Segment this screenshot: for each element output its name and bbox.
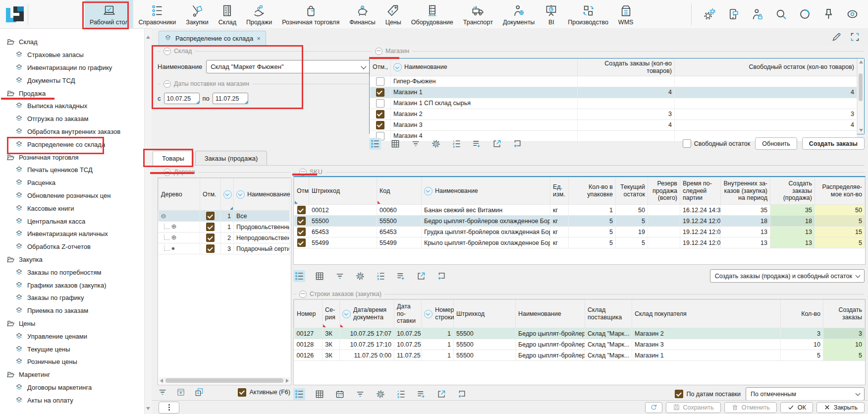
column-header[interactable]: Наименование (391, 59, 578, 76)
date-to-input[interactable]: 11.07.25 (213, 93, 248, 104)
scroll-right-icon[interactable] (286, 379, 289, 383)
grid-view-button[interactable] (314, 388, 326, 400)
sidebar-item[interactable]: Инвентаризация наличных (0, 228, 144, 240)
add-to-list-button[interactable] (471, 138, 483, 150)
close-button[interactable]: Закрыть (816, 402, 865, 413)
column-header[interactable]: Внутренних за-казов (закупка) на период (721, 177, 770, 205)
sidebar-item[interactable]: Расценка (0, 177, 144, 189)
tree-expander[interactable]: ● (171, 244, 175, 252)
row-checkbox[interactable] (297, 206, 306, 214)
column-header[interactable]: Ед. изм. (550, 177, 569, 205)
export-button[interactable] (415, 270, 427, 282)
by-delivery-dates-checkbox[interactable] (675, 390, 683, 398)
add-to-list-button[interactable] (395, 270, 407, 282)
row-checkbox[interactable] (206, 244, 215, 253)
sidebar-item[interactable]: Центральная касса (0, 215, 144, 228)
clock-icon[interactable] (798, 7, 812, 21)
nav-bi[interactable]: BI (540, 0, 563, 28)
nav-retail[interactable]: Розничная торговля (277, 0, 344, 28)
date-from-input[interactable]: 10.07.25 (164, 93, 200, 104)
nav-wms[interactable]: WMS (613, 0, 639, 28)
sidebar-item[interactable]: Управление ценами (0, 330, 144, 343)
column-header[interactable]: Отм. (294, 177, 309, 205)
scroll-left-icon[interactable] (160, 379, 163, 383)
column-header[interactable]: Резерв продажа (всего) (648, 177, 680, 205)
tree-row[interactable]: ● 3 Подарочный сертиф... (159, 243, 290, 254)
table-row[interactable]: Магазин 233 (370, 109, 857, 119)
row-checkbox[interactable] (376, 77, 384, 86)
sidebar-item[interactable]: Обработка внутренних заказов (0, 125, 144, 138)
row-checkbox[interactable] (297, 228, 306, 236)
save-button[interactable]: Сохранить (666, 402, 721, 413)
table-row[interactable]: Магазин 344 (370, 119, 857, 130)
sku-row[interactable]: 5549955499Крыло цыплят-бройлеров охлажде… (294, 237, 865, 248)
column-header[interactable]: Склад покупателя (632, 300, 781, 328)
row-checkbox[interactable] (206, 212, 215, 220)
column-header[interactable]: Дерево (159, 178, 200, 211)
sidebar-item[interactable]: Отгрузка по заказам (0, 113, 144, 125)
column-header[interactable]: Отм. (200, 178, 221, 211)
row-checkbox[interactable] (376, 88, 384, 97)
sidebar-item[interactable]: Акты на оплату (0, 394, 144, 407)
filter-button[interactable] (410, 138, 422, 150)
collapse-icon[interactable] (375, 48, 382, 55)
column-header[interactable]: Отм., (370, 59, 391, 76)
column-header[interactable]: Кол-во (781, 300, 823, 328)
add-to-list-button[interactable] (415, 388, 427, 400)
sidebar-item[interactable]: Договоры маркетинга (0, 381, 144, 394)
scroll-down-icon[interactable] (146, 407, 150, 410)
settings-gear-button[interactable] (375, 388, 386, 400)
sort-icon[interactable] (424, 310, 433, 318)
row-checkbox[interactable] (297, 217, 306, 225)
tree-expander[interactable]: ⊕ (171, 234, 177, 241)
column-header[interactable]: Свободный остаток (кол-во товаров) (675, 59, 857, 76)
calendar-button[interactable] (334, 388, 346, 400)
column-header[interactable]: Создать заказы (продажа) (770, 177, 815, 205)
grid-view-button[interactable] (389, 138, 401, 150)
add-copy-button[interactable] (194, 387, 204, 397)
table-scrollbar[interactable] (857, 59, 864, 134)
sort-icon[interactable] (342, 310, 351, 318)
collapse-icon[interactable] (163, 80, 171, 88)
tree-row[interactable]: ⊕ 2 Непродовольственн... (159, 233, 290, 243)
tree-expander[interactable]: ⊕ (171, 223, 177, 230)
create-orders-button[interactable]: Создать заказы (802, 137, 865, 150)
cancel-button[interactable]: Отменить (724, 402, 777, 413)
column-header[interactable]: Текущий остаток (616, 177, 648, 205)
tree-row[interactable]: ⊕ 1 Продовольственные... (159, 222, 290, 233)
sidebar-item[interactable]: Печать ценников ТСД (0, 164, 144, 177)
column-header[interactable]: Создать заказы (823, 300, 865, 328)
scroll-down-icon[interactable] (859, 129, 863, 132)
search-icon[interactable] (774, 7, 788, 21)
column-header[interactable]: Создать заказы (кол-во товаров) (578, 59, 675, 76)
column-header[interactable]: Штрихкод (454, 300, 516, 328)
sidebar-group-zakupka[interactable]: Закупка (0, 253, 144, 266)
scroll-up-icon[interactable] (859, 60, 863, 63)
create-orders-mode-select[interactable]: Создать заказы (продажа) и свободный ост… (710, 269, 865, 283)
row-checkbox[interactable] (297, 238, 306, 247)
tree-horizontal-scrollbar[interactable] (159, 377, 290, 384)
tab-products[interactable]: Товары (153, 151, 194, 165)
warehouse-select[interactable]: Склад "Маркет Фьюжен" (206, 60, 371, 73)
sku-row[interactable]: 5550055500Бедро цыплят-бройлеров охлажде… (294, 216, 865, 227)
column-header[interactable]: Номер (294, 300, 323, 328)
column-header[interactable]: Наименование (234, 178, 290, 211)
column-header[interactable]: Штрихкод (309, 177, 377, 205)
filter-button[interactable] (354, 388, 366, 400)
nav-finance[interactable]: Финансы (344, 0, 380, 28)
add-button[interactable] (176, 387, 186, 397)
collapse-icon[interactable] (299, 169, 307, 176)
nav-equipment[interactable]: Оборудование (406, 0, 458, 28)
reload-button[interactable] (456, 388, 468, 400)
column-header[interactable]: Распределяе-мое кол-во (815, 177, 865, 205)
sidebar-item[interactable]: Заказы по потребностям (0, 266, 144, 279)
nav-transport[interactable]: Транспорт (458, 0, 498, 28)
edit-pencil-icon[interactable] (831, 32, 842, 42)
column-header[interactable]: Дата/время документа (340, 300, 394, 328)
column-header[interactable]: Склад поставщика (585, 300, 632, 328)
sku-row[interactable]: 0001200060Банан свежий вес Витаминкг1501… (294, 205, 865, 216)
sidebar-group-retail[interactable]: Розничная торговля (0, 151, 144, 164)
nav-warehouse[interactable]: Склад (214, 0, 241, 28)
nav-production[interactable]: Производство (563, 0, 613, 28)
sort-icon[interactable] (393, 63, 402, 71)
